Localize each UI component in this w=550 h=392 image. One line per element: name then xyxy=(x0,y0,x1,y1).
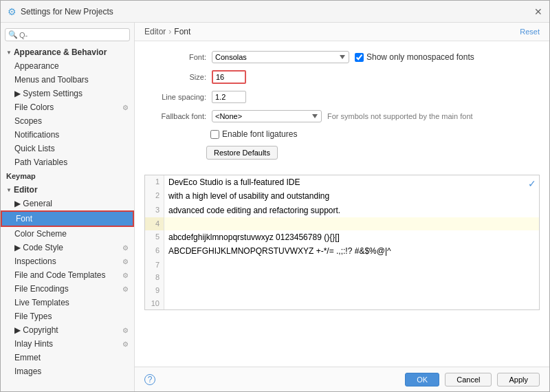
monospaced-checkbox[interactable] xyxy=(355,53,364,62)
sidebar-item-code-style[interactable]: ▶ Code Style ⚙ xyxy=(1,241,134,254)
fallback-hint: For symbols not supported by the main fo… xyxy=(327,112,473,120)
sidebar-editor-label: Editor xyxy=(14,185,38,195)
help-icon: ? xyxy=(148,375,153,384)
monospaced-label: Show only monospaced fonts xyxy=(366,52,474,62)
sidebar-item-font[interactable]: Font xyxy=(1,210,134,227)
sidebar-item-notifications[interactable]: Notifications xyxy=(1,128,134,142)
title-bar-left: ⚙ Settings for New Projects xyxy=(8,6,113,17)
fallback-row: Fallback font: <None> For symbols not su… xyxy=(144,110,540,122)
sidebar-item-live-templates[interactable]: Live Templates xyxy=(1,296,134,309)
sidebar-item-file-encodings[interactable]: File Encodings ⚙ xyxy=(1,282,134,296)
cancel-button[interactable]: Cancel xyxy=(445,373,492,386)
preview-line-9: 9 xyxy=(145,284,539,297)
sidebar-item-copyright[interactable]: ▶ Copyright ⚙ xyxy=(1,323,134,337)
bottom-bar: ? OK Cancel Apply xyxy=(135,367,549,391)
preview-line-7: 7 xyxy=(145,259,539,272)
monospaced-checkbox-label[interactable]: Show only monospaced fonts xyxy=(355,52,474,62)
line-spacing-row: Line spacing: xyxy=(144,91,540,103)
ligatures-checkbox-label[interactable]: Enable font ligatures xyxy=(210,129,297,139)
sidebar-item-inlay-hints[interactable]: Inlay Hints ⚙ xyxy=(1,337,134,351)
sidebar-item-images[interactable]: Images xyxy=(1,364,134,378)
file-enc-gear-icon: ⚙ xyxy=(122,285,129,293)
app-icon: ⚙ xyxy=(8,6,16,17)
sidebar-group-editor[interactable]: ▼ Editor xyxy=(1,183,134,197)
sidebar-item-path-variables[interactable]: Path Variables xyxy=(1,155,134,169)
panel-header: Editor › Font Reset xyxy=(135,23,549,41)
collapse-triangle-icon: ▼ xyxy=(6,50,12,56)
line-spacing-label: Line spacing: xyxy=(144,93,206,101)
line-spacing-input[interactable] xyxy=(212,91,246,103)
main-panel: Editor › Font Reset Font: Consolas Show … xyxy=(135,23,549,391)
font-row: Font: Consolas Show only monospaced font… xyxy=(144,51,540,63)
gear-icon: ⚙ xyxy=(122,104,129,111)
search-input[interactable] xyxy=(19,31,126,39)
sidebar-item-emmet[interactable]: Emmet xyxy=(1,351,134,364)
sidebar-item-file-types[interactable]: File Types xyxy=(1,309,134,323)
fallback-label: Fallback font: xyxy=(144,112,206,120)
sidebar-item-file-code-templates[interactable]: File and Code Templates ⚙ xyxy=(1,268,134,282)
sidebar-keymap[interactable]: Keymap xyxy=(1,169,134,183)
sidebar-item-system-settings[interactable]: ▶ System Settings xyxy=(1,87,134,100)
ligatures-checkbox[interactable] xyxy=(210,130,219,139)
ligatures-label: Enable font ligatures xyxy=(222,129,297,139)
breadcrumb-parent: Editor xyxy=(144,27,166,36)
sidebar-item-inspections[interactable]: Inspections ⚙ xyxy=(1,254,134,268)
sidebar-group-label: Appearance & Behavior xyxy=(14,47,107,57)
preview-line-8: 8 xyxy=(145,271,539,284)
preview-area: ✓ 1 DevEco Studio is a full-featured IDE… xyxy=(144,175,540,310)
font-select[interactable]: Consolas xyxy=(212,51,349,63)
breadcrumb-current: Font xyxy=(174,27,190,36)
apply-button[interactable]: Apply xyxy=(497,373,540,386)
preview-line-5: 5 abcdefghijklmnopqrstuvwxyz 0123456789 … xyxy=(145,230,539,244)
preview-line-4: 4 xyxy=(145,217,539,230)
help-button[interactable]: ? xyxy=(144,374,155,385)
search-icon: 🔍 xyxy=(8,30,18,39)
copyright-gear-icon: ⚙ xyxy=(122,327,129,334)
preview-line-6: 6 ABCDEFGHIJKLMNOPQRSTUVWXYZ +-*/= .,;:!… xyxy=(145,244,539,258)
close-button[interactable]: ✕ xyxy=(534,6,542,17)
inlay-gear-icon: ⚙ xyxy=(122,340,129,348)
collapse-editor-icon: ▼ xyxy=(6,187,12,193)
window-title: Settings for New Projects xyxy=(21,7,113,17)
sidebar-item-general[interactable]: ▶ General xyxy=(1,197,134,210)
main-window: ⚙ Settings for New Projects ✕ 🔍 ▼ Appear… xyxy=(0,0,550,392)
ok-button[interactable]: OK xyxy=(405,373,439,386)
font-label: Font: xyxy=(144,53,206,61)
sidebar-group-appearance-behavior[interactable]: ▼ Appearance & Behavior xyxy=(1,45,134,59)
fallback-select[interactable]: <None> xyxy=(212,110,322,122)
preview-line-2: 2 with a high level of usability and out… xyxy=(145,189,539,203)
sidebar-item-quick-lists[interactable]: Quick Lists xyxy=(1,142,134,155)
sidebar: 🔍 ▼ Appearance & Behavior Appearance Men… xyxy=(1,23,135,391)
code-style-gear-icon: ⚙ xyxy=(122,244,129,252)
breadcrumb: Editor › Font xyxy=(144,27,190,36)
reset-link[interactable]: Reset xyxy=(520,28,540,36)
restore-defaults-button[interactable]: Restore Defaults xyxy=(206,146,278,160)
file-templates-gear-icon: ⚙ xyxy=(122,272,129,279)
title-bar: ⚙ Settings for New Projects ✕ xyxy=(1,1,549,23)
sidebar-item-color-scheme[interactable]: Color Scheme xyxy=(1,227,134,241)
sidebar-item-file-colors[interactable]: File Colors ⚙ xyxy=(1,100,134,114)
size-input[interactable] xyxy=(212,70,246,84)
size-row: Size: xyxy=(144,70,540,84)
breadcrumb-separator: › xyxy=(168,27,171,36)
inspections-gear-icon: ⚙ xyxy=(122,258,129,265)
content-area: 🔍 ▼ Appearance & Behavior Appearance Men… xyxy=(1,23,549,391)
size-label: Size: xyxy=(144,73,206,81)
sidebar-item-appearance[interactable]: Appearance xyxy=(1,59,134,73)
preview-line-3: 3 advanced code editing and refactoring … xyxy=(145,204,539,217)
tick-icon: ✓ xyxy=(528,177,536,191)
ligatures-row: Enable font ligatures xyxy=(144,129,540,139)
panel-body: Font: Consolas Show only monospaced font… xyxy=(135,41,549,367)
search-box[interactable]: 🔍 xyxy=(5,28,130,41)
sidebar-item-scopes[interactable]: Scopes xyxy=(1,114,134,128)
sidebar-item-menus-toolbars[interactable]: Menus and Toolbars xyxy=(1,73,134,87)
preview-line-10: 10 xyxy=(145,297,539,310)
preview-line-1: 1 DevEco Studio is a full-featured IDE xyxy=(145,175,539,189)
